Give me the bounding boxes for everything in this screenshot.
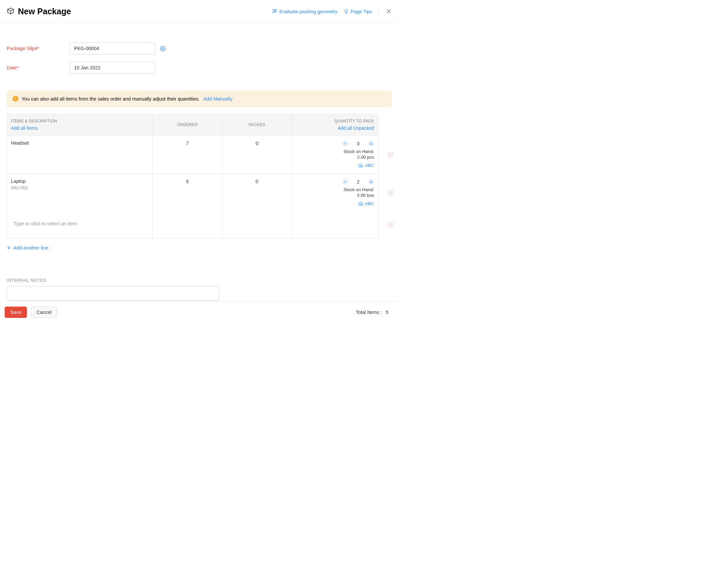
add-another-line-button[interactable]: Add another line: [7, 245, 48, 251]
th-ordered: ORDERED: [177, 123, 198, 127]
info-icon: i: [13, 96, 18, 102]
add-all-items-link[interactable]: Add all Items: [11, 125, 148, 131]
close-button[interactable]: [385, 7, 392, 16]
th-qty: QUANTITY TO PACK: [334, 119, 374, 123]
decrement-button[interactable]: −: [342, 140, 348, 146]
warehouse-link[interactable]: ABC: [358, 201, 374, 206]
add-another-line-label: Add another line: [13, 245, 48, 251]
date-label: Date*: [7, 65, 70, 70]
warehouse-label: ABC: [365, 163, 374, 168]
x-icon: [389, 153, 392, 156]
page-title: New Package: [18, 7, 71, 16]
internal-notes-input[interactable]: [7, 286, 219, 301]
cancel-button[interactable]: Cancel: [31, 307, 57, 318]
th-items: ITEMS & DESCRIPTION: [11, 119, 57, 123]
total-items-value: 5: [386, 310, 388, 315]
package-slip-input[interactable]: [70, 42, 156, 55]
stock-on-hand-value: 2.00 pcs: [296, 155, 374, 160]
delete-row-button[interactable]: [388, 190, 393, 196]
footer-bar: Save Cancel Total Items : 5: [0, 301, 398, 323]
evaluate-packing-link[interactable]: Evaluate packing geometry: [271, 8, 337, 15]
warehouse-label: ABC: [365, 201, 374, 206]
warehouse-icon: [358, 201, 363, 206]
quantity-value: 2: [356, 179, 360, 185]
new-item-row[interactable]: Type or click to select an item.: [7, 212, 378, 238]
add-manually-link[interactable]: Add Manually: [204, 96, 233, 102]
items-table: ITEMS & DESCRIPTION Add all Items ORDERE…: [7, 114, 378, 238]
info-banner: i You can also add all items from the sa…: [7, 90, 392, 107]
stock-on-hand-label: Stock on Hand:: [296, 149, 374, 154]
lightbulb-icon: [344, 9, 349, 14]
item-sku: SKU:001: [11, 185, 148, 190]
item-select-placeholder[interactable]: Type or click to select an item.: [7, 212, 153, 238]
quantity-value: 3: [356, 141, 360, 146]
table-row: Headset 7 0 − 3 + Stock on Hand: 2.00 pc…: [7, 136, 378, 174]
evaluate-packing-label: Evaluate packing geometry: [280, 9, 337, 14]
warehouse-icon: [358, 163, 363, 168]
page-tips-button[interactable]: Page Tips: [344, 9, 372, 14]
add-all-unpacked-link[interactable]: Add all Unpacked: [296, 125, 374, 131]
delete-row-button[interactable]: [388, 152, 393, 158]
item-name: Laptop: [11, 178, 148, 184]
divider: [378, 7, 378, 16]
plus-icon: [7, 246, 11, 250]
table-row: Laptop SKU:001 5 0 − 2 + Stock on Hand: …: [7, 174, 378, 212]
internal-notes-label: INTERNAL NOTES: [7, 278, 392, 283]
close-icon: [386, 8, 392, 14]
x-icon: [389, 191, 392, 194]
stock-on-hand-label: Stock on Hand:: [296, 187, 374, 192]
item-ordered: 7: [153, 136, 222, 173]
page-header: New Package Evaluate packing geometry Pa…: [0, 0, 398, 23]
date-input[interactable]: [70, 62, 156, 74]
item-ordered: 5: [153, 174, 222, 212]
increment-button[interactable]: +: [368, 140, 374, 146]
package-slip-label: Package Slip#*: [7, 46, 70, 51]
package-slip-settings-button[interactable]: [160, 46, 166, 51]
svg-point-4: [162, 48, 163, 49]
total-items-label: Total Items :: [356, 310, 382, 315]
box-geometry-icon: [271, 8, 277, 15]
delete-row-button[interactable]: [388, 222, 393, 228]
gear-icon: [160, 46, 166, 51]
stock-on-hand-value: 3.00 box: [296, 193, 374, 198]
item-name: Headset: [11, 140, 148, 146]
package-icon: [7, 7, 15, 16]
x-icon: [389, 224, 392, 227]
warehouse-link[interactable]: ABC: [358, 163, 374, 168]
increment-button[interactable]: +: [368, 178, 374, 185]
item-packed: 0: [222, 174, 292, 212]
th-packed: PACKED: [249, 123, 265, 127]
info-banner-text: You can also add all items from the sale…: [22, 96, 200, 102]
decrement-button[interactable]: −: [342, 178, 348, 185]
item-packed: 0: [222, 136, 292, 173]
page-tips-label: Page Tips: [351, 9, 372, 14]
save-button[interactable]: Save: [5, 307, 27, 318]
